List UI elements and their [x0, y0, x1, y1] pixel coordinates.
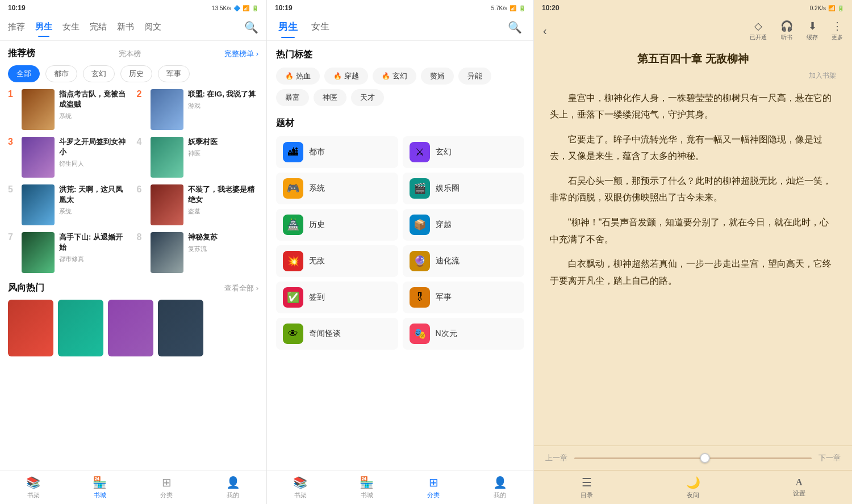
tab-complete[interactable]: 完结 [90, 22, 107, 37]
book-cover [151, 89, 183, 130]
subject-item-军事[interactable]: 🎖 军事 [403, 282, 525, 313]
add-bookshelf-btn[interactable]: 加入书架 [550, 71, 836, 81]
subject-label: 娱乐圈 [436, 183, 460, 194]
p3-action-more[interactable]: ⋮ 更多 [832, 20, 843, 41]
trending-link[interactable]: 查看全部 › [224, 283, 258, 293]
book-tag: 衍生同人 [59, 159, 130, 168]
book-item[interactable]: 5 洪荒: 天啊，这只凤凰太 系统 [8, 184, 130, 225]
subject-label: 迪化流 [436, 256, 460, 266]
night-label: 夜间 [687, 491, 699, 499]
bottom-nav-bookshelf-1[interactable]: 📚 书架 [0, 476, 66, 499]
p3-action-vip[interactable]: ◇ 已开通 [750, 20, 767, 41]
hot-tag-hotblood[interactable]: 🔥热血 [276, 68, 320, 85]
book-item[interactable]: 4 妖孽村医 神医 [137, 137, 259, 178]
bottom-nav-category-2[interactable]: ⊞ 分类 [400, 476, 467, 499]
subject-item-历史[interactable]: 🏯 历史 [276, 209, 398, 241]
trending-cover-3[interactable] [108, 300, 153, 356]
search-icon-2[interactable]: 🔍 [508, 20, 522, 39]
p3-toolbar: ‹ ◇ 已开通 🎧 听书 ⬇ 缓存 ⋮ 更多 [534, 16, 852, 45]
tab-yuewen[interactable]: 阅文 [144, 22, 161, 37]
subject-icon: 💥 [283, 251, 303, 271]
bottom-nav-bookshelf-2[interactable]: 📚 书架 [267, 476, 333, 499]
subject-item-N次元[interactable]: 🎭 N次元 [403, 318, 525, 350]
hot-tag-tiancai[interactable]: 天才 [351, 89, 384, 106]
rank-btn-city[interactable]: 都市 [45, 65, 77, 82]
p3-toc-btn[interactable]: ☰ 目录 [534, 476, 640, 499]
wifi-icon-2: 📶 [509, 5, 516, 11]
tab-male[interactable]: 男生 [35, 22, 52, 37]
trending-cover-1[interactable] [8, 300, 53, 356]
toc-label: 目录 [580, 491, 593, 499]
rank-btn-fantasy[interactable]: 玄幻 [83, 65, 115, 82]
tab-newbook[interactable]: 新书 [117, 22, 134, 37]
chapter-nav: 上一章 下一章 [534, 446, 852, 470]
p3-settings-btn[interactable]: A 设置 [746, 477, 852, 498]
hot-tag-xuanhuan[interactable]: 🔥玄幻 [373, 68, 416, 85]
tab-recommend[interactable]: 推荐 [8, 22, 25, 37]
bottom-nav-category-1[interactable]: ⊞ 分类 [133, 476, 200, 499]
bottom-nav-store-2[interactable]: 🏪 书城 [333, 476, 400, 499]
p3-reading-content: 第五百四十章 无敌柳神 加入书架 皇宫中，柳神化作人身，一株碧莹莹的柳树只有一尺… [534, 45, 852, 446]
bottom-nav-profile-2[interactable]: 👤 我的 [467, 476, 533, 499]
subject-item-系统[interactable]: 🎮 系统 [276, 173, 398, 204]
rank-full-link[interactable]: 完整榜单 › [224, 49, 258, 59]
bookshelf-label-1: 书架 [27, 491, 40, 499]
hot-tag-chuanyue[interactable]: 🔥穿越 [324, 68, 368, 85]
rank-btn-military[interactable]: 军事 [158, 65, 190, 82]
back-button[interactable]: ‹ [543, 24, 547, 37]
subject-label: 系统 [309, 183, 325, 194]
subject-label: 奇闻怪谈 [309, 329, 341, 339]
p3-action-cache[interactable]: ⬇ 缓存 [807, 20, 818, 41]
subject-icon: 🎮 [283, 178, 303, 199]
subject-item-都市[interactable]: 🏙 都市 [276, 136, 398, 168]
book-item[interactable]: 2 联盟: 在IG, 我说了算 游戏 [137, 89, 259, 130]
hot-tag-zuixu[interactable]: 赘婿 [421, 68, 454, 85]
book-item[interactable]: 8 神秘复苏 复苏流 [137, 232, 259, 273]
hot-tag-yineng[interactable]: 异能 [458, 68, 491, 85]
trending-cover-2[interactable] [58, 300, 103, 356]
book-item[interactable]: 3 斗罗之开局签到女神小 衍生同人 [8, 137, 130, 178]
chapter-slider[interactable] [574, 457, 812, 459]
prev-chapter-label: 上一章 [545, 453, 567, 463]
bottom-nav-store-1[interactable]: 🏪 书城 [66, 476, 133, 499]
subject-icon: 🏙 [283, 142, 303, 162]
time-3: 10:20 [542, 4, 559, 12]
subject-item-穿越[interactable]: 📦 穿越 [403, 209, 525, 241]
p3-night-btn[interactable]: 🌙 夜间 [640, 476, 746, 499]
trending-covers [8, 300, 258, 356]
tab2-male[interactable]: 男生 [278, 20, 298, 38]
trending-cover-4[interactable] [158, 300, 203, 356]
listen-icon: 🎧 [780, 20, 793, 32]
rank-btn-history[interactable]: 历史 [120, 65, 152, 82]
book-tag: 系统 [59, 112, 130, 120]
subject-item-娱乐圈[interactable]: 🎬 娱乐圈 [403, 173, 525, 204]
book-item[interactable]: 6 不装了，我老婆是精绝女 盗墓 [137, 184, 259, 225]
time-1: 10:19 [8, 4, 26, 12]
book-title: 妖孽村医 [188, 137, 259, 147]
subject-item-玄幻[interactable]: ⚔ 玄幻 [403, 136, 525, 168]
subject-item-无敌[interactable]: 💥 无敌 [276, 245, 398, 277]
slider-thumb[interactable] [700, 453, 710, 463]
tab2-female[interactable]: 女生 [311, 21, 329, 37]
rank-btn-all[interactable]: 全部 [8, 65, 40, 82]
hot-tag-shenyi[interactable]: 神医 [314, 89, 346, 106]
rank-selector: 全部 都市 玄幻 历史 军事 [8, 65, 258, 82]
subject-item-奇闻怪谈[interactable]: 👁 奇闻怪谈 [276, 318, 398, 350]
subject-item-签到[interactable]: ✅ 签到 [276, 282, 398, 313]
book-item[interactable]: 7 高手下山: 从退婚开始 都市修真 [8, 232, 130, 273]
paragraph-2: 它要走了。眸子中流转光华，竟有一幅又一幅神图隐现，像是过去，又像是来生，蕴含了太… [550, 131, 836, 165]
p3-action-listen[interactable]: 🎧 听书 [780, 20, 793, 41]
book-tag: 复苏流 [188, 245, 259, 253]
p3-actions: ◇ 已开通 🎧 听书 ⬇ 缓存 ⋮ 更多 [750, 20, 843, 41]
hot-tag-baofu[interactable]: 暴富 [276, 89, 309, 106]
book-item[interactable]: 1 指点考古队，竟被当成盗贼 系统 [8, 89, 130, 130]
battery-icon-2: 🔋 [519, 5, 525, 11]
tab-female[interactable]: 女生 [62, 22, 80, 37]
book-cover [151, 184, 183, 225]
subject-item-迪化流[interactable]: 🔮 迪化流 [403, 245, 525, 277]
book-rank: 3 [8, 137, 17, 147]
bottom-nav-profile-1[interactable]: 👤 我的 [200, 476, 266, 499]
search-icon-1[interactable]: 🔍 [244, 20, 258, 39]
store-label-1: 书城 [94, 491, 106, 499]
book-rank: 7 [8, 232, 17, 242]
